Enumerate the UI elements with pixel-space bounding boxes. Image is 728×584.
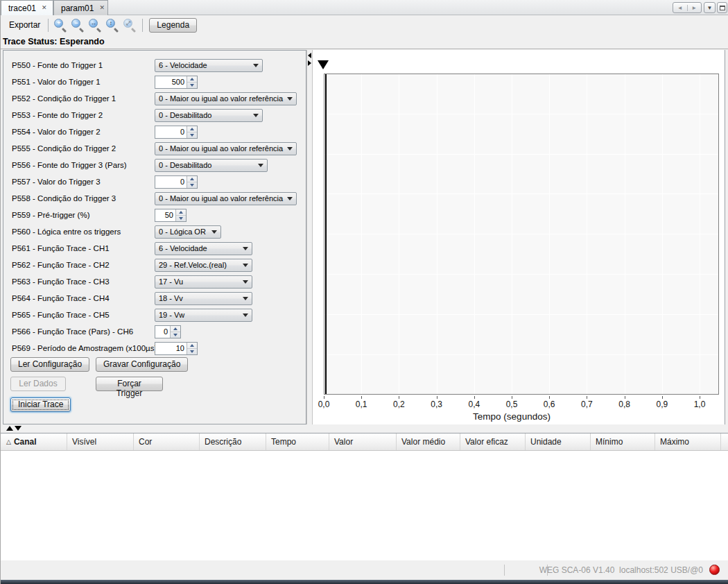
param-dropdown[interactable]: 0 - Maior ou igual ao valor referência bbox=[155, 142, 297, 155]
plot-area[interactable] bbox=[324, 74, 719, 395]
param-label: P566 - Função Trace (Pars) - CH6 bbox=[12, 327, 133, 336]
param-row: P565 - Função Trace - CH519 - Vw bbox=[3, 307, 306, 323]
column-header-m-nimo[interactable]: Mínimo bbox=[591, 433, 655, 450]
iniciar-trace-button[interactable]: Iniciar Trace bbox=[10, 397, 71, 412]
spinner-arrows[interactable] bbox=[187, 76, 197, 88]
column-header-cor[interactable]: Cor bbox=[134, 433, 200, 450]
param-spinner[interactable]: 0 bbox=[155, 126, 198, 139]
param-dropdown[interactable]: 18 - Vv bbox=[155, 292, 252, 305]
column-header-descri-o[interactable]: Descrição bbox=[200, 433, 266, 450]
exportar-button[interactable]: Exportar bbox=[5, 18, 44, 32]
x-axis-tick bbox=[437, 396, 437, 399]
ler-configuracao-button[interactable]: Ler Configuração bbox=[10, 357, 89, 372]
param-dropdown[interactable]: 0 - Desabilitado bbox=[155, 109, 263, 122]
param-spinner[interactable]: 0 bbox=[155, 175, 198, 189]
zoom-vertical-icon[interactable]: ↕ bbox=[106, 19, 119, 32]
collapse-up-icon[interactable] bbox=[6, 426, 13, 431]
dropdown-value: 6 - Velocidade bbox=[159, 61, 250, 69]
param-dropdown[interactable]: 6 - Velocidade bbox=[155, 59, 263, 72]
spin-up-icon[interactable] bbox=[171, 326, 180, 332]
spinner-arrows[interactable] bbox=[187, 126, 197, 138]
tab-list-button[interactable]: ▼ bbox=[704, 2, 716, 13]
column-header-label: Máximo bbox=[660, 437, 689, 447]
zoom-out-icon[interactable]: − bbox=[71, 19, 85, 32]
param-dropdown[interactable]: 0 - Maior ou igual ao valor referência bbox=[155, 192, 297, 205]
zoom-in-icon[interactable]: + bbox=[54, 19, 67, 32]
tab-param01[interactable]: param01 ✕ bbox=[53, 0, 108, 15]
maximize-button[interactable] bbox=[717, 2, 727, 13]
close-icon[interactable]: ✕ bbox=[99, 5, 105, 11]
param-label: P559 - Pré-trigger (%) bbox=[12, 211, 89, 219]
param-dropdown[interactable]: 6 - Velocidade bbox=[155, 242, 252, 255]
tab-scroll-buttons[interactable]: ◄ ► bbox=[673, 2, 702, 13]
legenda-button[interactable]: Legenda bbox=[149, 18, 197, 33]
spin-up-icon[interactable] bbox=[187, 76, 197, 83]
param-spinner[interactable]: 0 bbox=[155, 325, 181, 338]
param-dropdown[interactable]: 0 - Lógica OR bbox=[155, 225, 221, 239]
param-dropdown[interactable]: 0 - Maior ou igual ao valor referência bbox=[155, 92, 297, 105]
collapse-left-icon[interactable] bbox=[308, 53, 311, 58]
close-icon[interactable]: ✕ bbox=[42, 5, 47, 11]
scroll-right-icon[interactable]: ► bbox=[688, 5, 702, 11]
param-row: P556 - Fonte do Trigger 3 (Pars)0 - Desa… bbox=[3, 157, 306, 173]
param-spinner[interactable]: 50 bbox=[155, 209, 187, 222]
spinner-arrows[interactable] bbox=[170, 326, 180, 338]
x-axis-tick bbox=[399, 396, 399, 399]
scroll-left-icon[interactable]: ◄ bbox=[673, 5, 688, 11]
spin-down-icon[interactable] bbox=[171, 332, 180, 338]
app-window: trace01 ✕ param01 ✕ ◄ ► ▼ Exportar + − ↔… bbox=[0, 0, 728, 584]
x-axis-tick bbox=[474, 396, 475, 399]
column-header-vis-vel[interactable]: Visível bbox=[67, 433, 134, 450]
channels-table: △CanalVisívelCorDescriçãoTempoValorValor… bbox=[1, 433, 728, 560]
spin-up-icon[interactable] bbox=[187, 343, 197, 349]
spin-down-icon[interactable] bbox=[187, 83, 197, 88]
trigger-cursor-line[interactable] bbox=[325, 74, 327, 394]
x-axis-tick bbox=[625, 396, 625, 399]
column-header-unidade[interactable]: Unidade bbox=[526, 433, 591, 450]
spinner-arrows[interactable] bbox=[187, 176, 197, 188]
param-spinner[interactable]: 10 bbox=[155, 342, 198, 355]
column-header-valor[interactable]: Valor bbox=[329, 433, 397, 450]
param-spinner[interactable]: 500 bbox=[155, 76, 198, 89]
forcar-trigger-button[interactable]: Forçar Trigger bbox=[96, 377, 163, 391]
x-axis-tick bbox=[512, 396, 512, 399]
column-header-label: Canal bbox=[14, 437, 37, 447]
column-header-valor-m-dio[interactable]: Valor médio bbox=[397, 433, 460, 450]
column-header-valor-eficaz[interactable]: Valor eficaz bbox=[460, 433, 526, 450]
horizontal-splitter[interactable] bbox=[1, 425, 728, 433]
zoom-horizontal-icon[interactable]: ↔ bbox=[89, 19, 102, 32]
spinner-arrows[interactable] bbox=[187, 343, 197, 354]
x-axis-tick bbox=[662, 396, 663, 399]
x-axis-tick-label: 1,0 bbox=[684, 400, 715, 409]
spin-up-icon[interactable] bbox=[187, 176, 197, 182]
collapse-right-icon[interactable] bbox=[308, 60, 311, 66]
trigger-marker-icon[interactable] bbox=[318, 60, 329, 69]
param-row: P559 - Pré-trigger (%)50 bbox=[3, 207, 306, 223]
zoom-reset-icon[interactable]: ⤢ bbox=[123, 19, 137, 32]
chevron-down-icon bbox=[243, 247, 248, 250]
tab-trace01[interactable]: trace01 ✕ bbox=[1, 0, 53, 15]
param-dropdown[interactable]: 19 - Vw bbox=[155, 309, 252, 322]
vertical-splitter[interactable] bbox=[306, 50, 313, 424]
column-header-m-ximo[interactable]: Máximo bbox=[655, 433, 721, 450]
spin-up-icon[interactable] bbox=[176, 209, 186, 216]
column-header-label: Mínimo bbox=[596, 437, 623, 447]
table-body[interactable] bbox=[1, 451, 728, 560]
param-dropdown[interactable]: 17 - Vu bbox=[155, 275, 252, 289]
spinner-value: 50 bbox=[155, 209, 175, 221]
spin-down-icon[interactable] bbox=[187, 132, 197, 138]
spin-down-icon[interactable] bbox=[187, 349, 197, 354]
x-axis-tick bbox=[324, 396, 324, 399]
spin-up-icon[interactable] bbox=[187, 126, 197, 132]
spin-down-icon[interactable] bbox=[176, 216, 186, 221]
param-dropdown[interactable]: 29 - Ref.Veloc.(real) bbox=[155, 259, 252, 272]
column-header-label: Visível bbox=[72, 437, 96, 447]
trace-chart[interactable]: 0,00,10,20,30,40,50,60,70,80,91,0 Tempo … bbox=[313, 50, 725, 424]
gravar-configuracao-button[interactable]: Gravar Configuração bbox=[96, 357, 188, 372]
collapse-down-icon[interactable] bbox=[15, 426, 21, 431]
column-header-tempo[interactable]: Tempo bbox=[266, 433, 329, 450]
column-header-canal[interactable]: △Canal bbox=[1, 433, 67, 450]
spin-down-icon[interactable] bbox=[187, 182, 197, 188]
spinner-arrows[interactable] bbox=[175, 209, 186, 221]
param-dropdown[interactable]: 0 - Desabilitado bbox=[155, 159, 268, 172]
